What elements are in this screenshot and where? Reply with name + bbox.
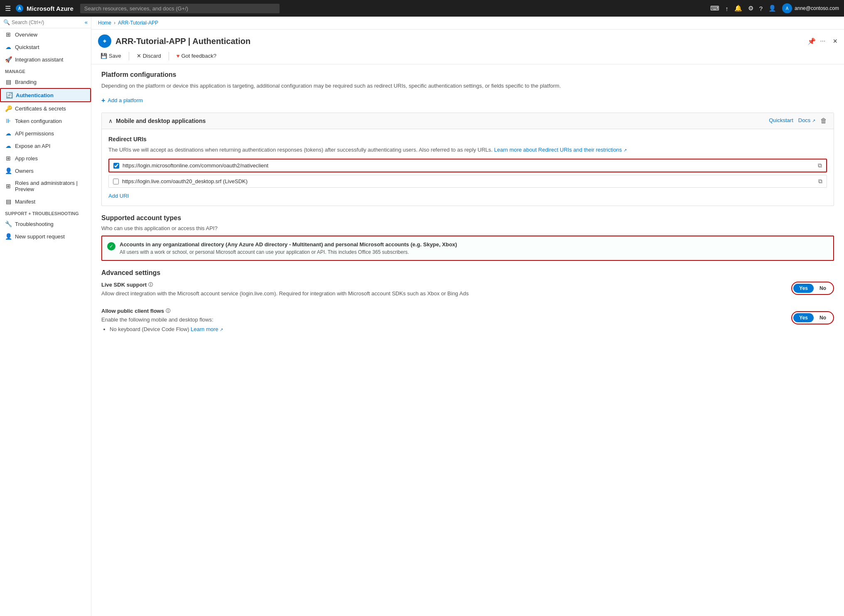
global-search-input[interactable] bbox=[80, 4, 280, 13]
close-button[interactable]: × bbox=[833, 37, 837, 46]
collapse-icon[interactable]: « bbox=[85, 19, 88, 25]
breadcrumb-home[interactable]: Home bbox=[98, 20, 111, 26]
supported-account-types-section: Supported account types Who can use this… bbox=[101, 214, 834, 261]
brand-name: Microsoft Azure bbox=[27, 5, 74, 12]
support-icon: 👤 bbox=[5, 233, 12, 240]
redirect-learn-more-link[interactable]: Learn more about Redirect URIs and their… bbox=[494, 147, 627, 153]
acct-option-content: Accounts in any organizational directory… bbox=[120, 241, 457, 255]
manage-section-label: Manage bbox=[0, 66, 91, 76]
info-icon-live-sdk[interactable]: ⓘ bbox=[148, 282, 153, 288]
sidebar-item-label: Branding bbox=[15, 79, 37, 85]
live-sdk-label: Live SDK support ⓘ bbox=[101, 282, 781, 288]
acct-option-desc: All users with a work or school, or pers… bbox=[120, 249, 457, 255]
roles-icon: ⊞ bbox=[5, 183, 12, 189]
uri-checkbox-1[interactable] bbox=[113, 163, 119, 169]
info-icon-public-client[interactable]: ⓘ bbox=[166, 308, 170, 314]
sidebar-search-input[interactable] bbox=[12, 20, 83, 25]
card-title: Mobile and desktop applications bbox=[116, 118, 765, 124]
docs-link[interactable]: Docs ↗ bbox=[798, 117, 815, 125]
breadcrumb-app[interactable]: ARR-Tutorial-APP bbox=[118, 20, 158, 26]
sidebar-item-label: Expose an API bbox=[15, 143, 50, 149]
sidebar-item-branding[interactable]: ▤ Branding bbox=[0, 76, 91, 88]
learn-more-text: Learn more about Redirect URIs and their… bbox=[494, 147, 622, 153]
search-icon: 🔍 bbox=[3, 19, 10, 25]
user-avatar: A bbox=[782, 3, 792, 13]
advanced-settings-title: Advanced settings bbox=[101, 269, 834, 277]
main-inner-content: Platform configurations Depending on the… bbox=[91, 64, 844, 351]
upload-icon[interactable]: ↑ bbox=[725, 5, 729, 12]
page-header: ARR-Tutorial-APP | Authentication 📌 ··· … bbox=[91, 29, 844, 48]
plus-icon: + bbox=[101, 97, 105, 104]
sidebar-item-integration[interactable]: 🚀 Integration assistant bbox=[0, 53, 91, 66]
discard-button[interactable]: ✕ Discard bbox=[134, 51, 164, 61]
delete-card-icon[interactable]: 🗑 bbox=[820, 117, 827, 125]
hamburger-icon[interactable]: ☰ bbox=[5, 5, 11, 12]
sidebar-item-label: Quickstart bbox=[15, 44, 39, 50]
nav-icons: ⌨ ↑ 🔔 ⚙ ? 👤 A anne@contoso.com bbox=[710, 3, 839, 13]
api-permissions-icon: ☁ bbox=[5, 130, 12, 137]
sidebar-item-authentication[interactable]: 🔄 Authentication bbox=[0, 88, 91, 102]
sidebar-item-expose-api[interactable]: ☁ Expose an API bbox=[0, 140, 91, 152]
live-sdk-row: Live SDK support ⓘ Allow direct integrat… bbox=[101, 282, 834, 298]
sidebar-item-certificates[interactable]: 🔑 Certificates & secrets bbox=[0, 102, 91, 115]
settings-icon[interactable]: ⚙ bbox=[748, 5, 753, 12]
more-options-icon[interactable]: ··· bbox=[820, 37, 825, 45]
live-sdk-desc: Allow direct integration with the Micros… bbox=[101, 290, 781, 298]
sidebar-item-overview[interactable]: ⊞ Overview bbox=[0, 28, 91, 41]
sidebar-item-label: Integration assistant bbox=[15, 56, 63, 63]
live-sdk-yes-button[interactable]: Yes bbox=[793, 284, 814, 293]
add-platform-link[interactable]: + Add a platform bbox=[101, 97, 834, 104]
username: anne@contoso.com bbox=[795, 5, 839, 11]
sidebar-item-app-roles[interactable]: ⊞ App roles bbox=[0, 152, 91, 164]
acct-option-multitenant[interactable]: ✓ Accounts in any organizational directo… bbox=[101, 236, 834, 261]
uri-text-1: https://login.microsoftonline.com/common… bbox=[123, 162, 815, 169]
sidebar-item-troubleshooting[interactable]: 🔧 Troubleshooting bbox=[0, 218, 91, 230]
ext-link-icon: ↗ bbox=[623, 148, 627, 152]
uri-checkbox-2[interactable] bbox=[113, 179, 119, 184]
public-client-yes-button[interactable]: Yes bbox=[793, 313, 814, 322]
support-section-label: Support + Troubleshooting bbox=[0, 208, 91, 218]
pin-icon[interactable]: 📌 bbox=[807, 37, 816, 45]
app-roles-icon: ⊞ bbox=[5, 155, 12, 162]
redirect-uris-title: Redirect URIs bbox=[108, 136, 827, 142]
user-info[interactable]: A anne@contoso.com bbox=[782, 3, 839, 13]
live-sdk-toggle: Yes No bbox=[791, 282, 834, 295]
chevron-down-icon[interactable]: ∧ bbox=[108, 118, 113, 124]
sidebar-item-support-request[interactable]: 👤 New support request bbox=[0, 230, 91, 243]
learn-more-link-flows[interactable]: Learn more ↗ bbox=[191, 326, 223, 332]
advanced-settings-section: Advanced settings Live SDK support ⓘ All… bbox=[101, 269, 834, 334]
live-sdk-no-button[interactable]: No bbox=[814, 284, 832, 293]
card-header: ∧ Mobile and desktop applications Quicks… bbox=[102, 113, 834, 129]
quickstart-link[interactable]: Quickstart bbox=[769, 117, 793, 125]
discard-icon: ✕ bbox=[137, 53, 141, 59]
add-uri-link[interactable]: Add URI bbox=[108, 193, 129, 199]
feedback-button[interactable]: ♥ Got feedback? bbox=[174, 51, 219, 61]
sidebar-item-label: Roles and administrators | Preview bbox=[15, 180, 86, 192]
sidebar-item-quickstart[interactable]: ☁ Quickstart bbox=[0, 41, 91, 53]
save-label: Save bbox=[109, 53, 121, 59]
notifications-icon[interactable]: 🔔 bbox=[734, 5, 742, 12]
uri-row-2: https://login.live.com/oauth20_desktop.s… bbox=[108, 175, 827, 188]
public-client-no-button[interactable]: No bbox=[814, 313, 832, 322]
overview-icon: ⊞ bbox=[5, 31, 12, 38]
sidebar-item-roles-admins[interactable]: ⊞ Roles and administrators | Preview bbox=[0, 177, 91, 195]
heart-icon: ♥ bbox=[177, 53, 180, 59]
uri-text-2: https://login.live.com/oauth20_desktop.s… bbox=[122, 178, 815, 184]
expose-api-icon: ☁ bbox=[5, 142, 12, 149]
copy-icon-1[interactable]: ⧉ bbox=[818, 162, 822, 169]
breadcrumb-separator: › bbox=[114, 20, 115, 26]
sidebar-item-label: Owners bbox=[15, 168, 34, 174]
save-button[interactable]: 💾 Save bbox=[98, 51, 124, 61]
sidebar-item-owners[interactable]: 👤 Owners bbox=[0, 164, 91, 177]
help-icon[interactable]: ? bbox=[759, 5, 763, 12]
sidebar-item-token[interactable]: ⊪ Token configuration bbox=[0, 115, 91, 127]
shell-icon[interactable]: ⌨ bbox=[710, 5, 719, 12]
token-icon: ⊪ bbox=[5, 118, 12, 124]
troubleshooting-icon: 🔧 bbox=[5, 221, 12, 227]
sidebar-item-manifest[interactable]: ▤ Manifest bbox=[0, 195, 91, 208]
copy-icon-2[interactable]: ⧉ bbox=[818, 178, 822, 185]
feedback-icon[interactable]: 👤 bbox=[768, 5, 776, 12]
mobile-desktop-card: ∧ Mobile and desktop applications Quicks… bbox=[101, 113, 834, 206]
sidebar-item-label: Overview bbox=[15, 32, 37, 38]
sidebar-item-api-permissions[interactable]: ☁ API permissions bbox=[0, 127, 91, 140]
